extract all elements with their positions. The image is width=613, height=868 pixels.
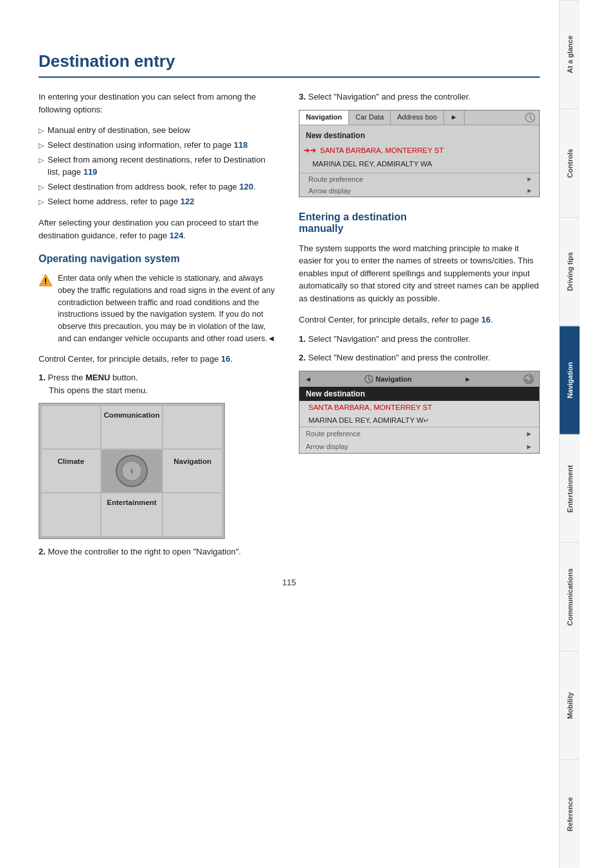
link-124[interactable]: 124 (170, 231, 184, 240)
tab-mobility[interactable]: Mobility (560, 651, 580, 759)
bullet-arrow: ▷ (39, 155, 44, 165)
svg-marker-5 (526, 379, 528, 380)
route-pref-2: Route preference ► (299, 427, 539, 440)
warning-block: ! Enter data only when the vehicle is st… (39, 272, 280, 345)
tab-more: ► (444, 111, 465, 125)
menu-center-controller: i (102, 450, 163, 492)
bullet-arrow: ▷ (39, 182, 44, 192)
dest-santa-barbara: ➜➜ SANTA BARBARA, MONTERREY ST (299, 143, 539, 157)
list-item: ▷ Select destination using information, … (39, 139, 280, 151)
intro-text: In entering your destination you can sel… (39, 91, 280, 116)
link-120[interactable]: 120 (239, 182, 253, 191)
right-step3: 3. Select "Navigation" and press the con… (299, 91, 540, 103)
tab-car-data: Car Data (349, 111, 391, 125)
svg-text:!: ! (44, 276, 47, 286)
entering-dest-intro: The system supports the word matching pr… (299, 242, 540, 305)
tab-communications[interactable]: Communications (560, 542, 580, 651)
tab-navigation: Navigation (299, 111, 349, 125)
refresh-icon (524, 374, 534, 384)
arrow-display-item: Arrow display ► (299, 185, 539, 197)
tab-driving-tips[interactable]: Driving tips (560, 217, 580, 326)
nav-tabs-row: Navigation Car Data Address boo ► (299, 111, 539, 125)
warning-icon: ! (39, 273, 53, 287)
tab-navigation[interactable]: Navigation (560, 326, 580, 434)
list-item: ▷ Select home address, refer to page 122 (39, 196, 280, 208)
operating-nav-section: Operating navigation system ! Enter data… (39, 253, 280, 558)
menu-climate: Climate (42, 450, 100, 492)
link-16-left[interactable]: 16 (221, 354, 230, 364)
right-step-1: 1. Select "Navigation" and press the con… (299, 333, 540, 346)
entering-dest-heading: Entering a destination manually (299, 211, 540, 235)
page-number: 115 (39, 578, 540, 587)
after-list-text: After selecting your destination you can… (39, 217, 280, 242)
link-118[interactable]: 118 (234, 140, 248, 150)
svg-point-4 (524, 375, 533, 384)
bullet-arrow: ▷ (39, 197, 44, 207)
bullet-arrow: ▷ (39, 126, 44, 136)
center-menu-mockup: Communication Climate i (39, 403, 225, 539)
dest-santa-barbara-2: SANTA BARBARA, MONTERREY ST (299, 401, 539, 414)
right-sidebar: At a glance Controls Driving tips Naviga… (559, 0, 580, 868)
operating-nav-heading: Operating navigation system (39, 253, 280, 265)
dest-marina-2: MARINA DEL REY, ADMIRALTY W↵ (299, 414, 539, 427)
nav-menu-items: New destination ➜➜ SANTA BARBARA, MONTER… (299, 125, 539, 173)
menu-entertainment: Entertainment (102, 493, 163, 536)
tab-address-book: Address boo (391, 111, 444, 125)
link-16-right[interactable]: 16 (481, 315, 490, 324)
right-step-2: 2. Select "New destination" and press th… (299, 351, 540, 364)
nav-screen-mockup-2: ◄ Navigation ► New destination SANTA BAR… (299, 371, 540, 454)
new-dest-highlighted: New destination (299, 387, 539, 401)
link-122[interactable]: 122 (181, 197, 195, 206)
menu-navigation: Navigation (163, 450, 222, 492)
right-column: 3. Select "Navigation" and press the con… (299, 91, 540, 565)
menu-communication: Communication (102, 406, 163, 448)
warning-text: Enter data only when the vehicle is stat… (58, 272, 280, 345)
bullet-list: ▷ Manual entry of destination, see below… (39, 125, 280, 208)
new-destination-item: New destination (299, 128, 539, 143)
arrow-display-2: Arrow display ► (299, 440, 539, 453)
route-preference-item: Route preference ► (299, 173, 539, 185)
tab-entertainment[interactable]: Entertainment (560, 434, 580, 543)
control-center-ref-right: Control Center, for principle details, r… (299, 314, 540, 326)
tab-controls[interactable]: Controls (560, 109, 580, 217)
nav-screen-2-header: ◄ Navigation ► (299, 371, 539, 387)
tab-at-a-glance[interactable]: At a glance (560, 0, 580, 109)
nav-map-icon (364, 375, 373, 384)
link-119[interactable]: 119 (84, 167, 98, 177)
nav-screen-mockup-1: Navigation Car Data Address boo ► New de… (299, 110, 540, 197)
entering-destination-section: Entering a destination manually The syst… (299, 211, 540, 454)
bullet-arrow: ▷ (39, 141, 44, 150)
page-title: Destination entry (39, 51, 540, 78)
nav-icon (521, 111, 539, 125)
control-center-ref: Control Center, for principle details, r… (39, 353, 280, 366)
list-item: ▷ Select from among recent destinations,… (39, 154, 280, 177)
list-item: ▷ Manual entry of destination, see below (39, 125, 280, 136)
dest-marina-del-rey: MARINA DEL REY, ADMIRALTY WA (299, 157, 539, 170)
left-column: In entering your destination you can sel… (39, 91, 280, 565)
step-2: 2. Move the controller to the right to o… (39, 545, 280, 558)
tab-reference[interactable]: Reference (560, 759, 580, 868)
nav-screen-title: Navigation (376, 375, 412, 383)
list-item: ▷ Select destination from address book, … (39, 181, 280, 193)
controller-icon: i (130, 467, 132, 475)
step-1: 1. Press the MENU button. This opens the… (39, 371, 280, 396)
